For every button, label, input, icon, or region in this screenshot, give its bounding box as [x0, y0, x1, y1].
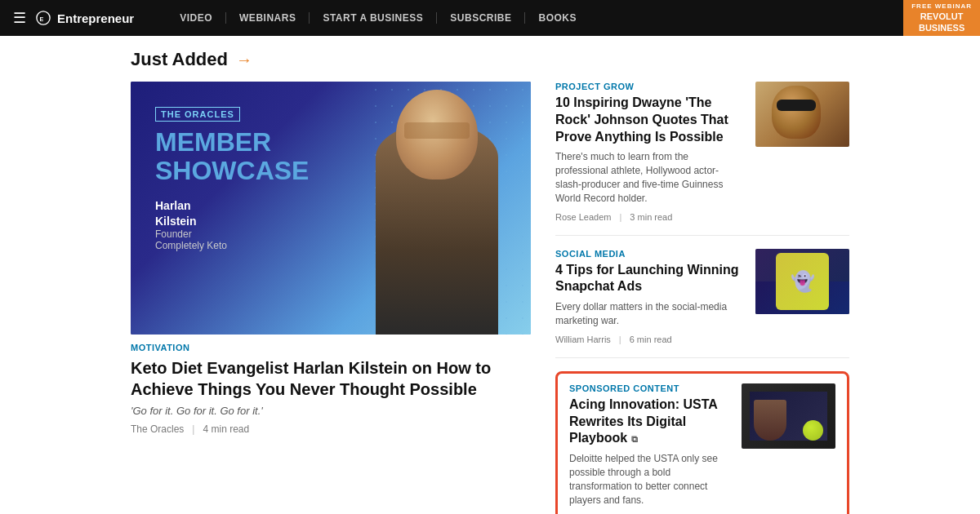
person-role: Founder: [155, 228, 309, 240]
section-header: Just Added →: [131, 49, 849, 70]
showcase-title: MEMBER SHOWCASE: [155, 128, 309, 185]
sponsored-label: SPONSORED CONTENT: [569, 383, 730, 393]
article-read-time-2: 6 min read: [630, 335, 672, 344]
nav-webinars[interactable]: WEBINARS: [226, 12, 310, 24]
logo-icon: E: [36, 11, 51, 25]
right-column: PROJECT GROW 10 Inspiring Dwayne 'The Ro…: [555, 82, 849, 514]
beard: [404, 122, 470, 139]
snapchat-thumbnail: 👻: [755, 249, 849, 314]
article-meta-2: William Harris | 6 min read: [555, 335, 744, 344]
nav-subscribe[interactable]: SUBSCRIBE: [437, 12, 525, 24]
sponsored-excerpt: Deloitte helped the USTA only see possib…: [569, 452, 730, 507]
person-name: Harlan Kilstein: [155, 198, 309, 228]
article-category-2: SOCIAL MEDIA: [555, 249, 744, 259]
featured-read-time: 4 min read: [203, 423, 249, 435]
external-link-icon: ⧉: [631, 434, 638, 444]
article-author-1: Rose Leadem: [555, 212, 612, 222]
article-text-2: SOCIAL MEDIA 4 Tips for Launching Winnin…: [555, 249, 744, 344]
person-silhouette: [351, 90, 523, 335]
main-content: Just Added → THE ORACLES MEMBER SHOWCASE…: [0, 36, 980, 514]
svg-text:E: E: [40, 16, 44, 23]
article-text-1: PROJECT GROW 10 Inspiring Dwayne 'The Ro…: [555, 82, 744, 222]
article-thumb-1[interactable]: [755, 82, 849, 147]
nav-start-business[interactable]: START A BUSINESS: [310, 12, 437, 24]
oracles-label: THE ORACLES: [155, 107, 240, 122]
person-company: Completely Keto: [155, 240, 309, 251]
section-title: Just Added: [131, 49, 228, 70]
featured-category: MOTIVATION: [131, 343, 531, 352]
article-card-1: PROJECT GROW 10 Inspiring Dwayne 'The Ro…: [555, 82, 849, 236]
content-grid: THE ORACLES MEMBER SHOWCASE Harlan Kilst…: [131, 82, 849, 514]
article-thumb-2[interactable]: 👻: [755, 249, 849, 314]
meta-divider: |: [192, 423, 194, 435]
sponsored-text: SPONSORED CONTENT Acing Innovation: USTA…: [569, 383, 730, 514]
article-author-2: William Harris: [555, 335, 611, 344]
featured-meta: The Oracles | 4 min read: [131, 423, 531, 435]
tennis-ball-icon: [803, 420, 823, 441]
featured-image-text: THE ORACLES MEMBER SHOWCASE Harlan Kilst…: [155, 106, 309, 251]
featured-article: THE ORACLES MEMBER SHOWCASE Harlan Kilst…: [131, 82, 531, 514]
featured-excerpt: 'Go for it. Go for it. Go for it.': [131, 405, 531, 417]
article-read-time-1: 3 min read: [630, 212, 672, 222]
tennis-thumbnail: [742, 383, 835, 449]
racket-shape: [754, 400, 786, 441]
featured-headline[interactable]: Keto Diet Evangelist Harlan Kilstein on …: [131, 357, 531, 400]
navigation: ☰ E Entrepreneur VIDEO WEBINARS START A …: [0, 0, 980, 36]
logo[interactable]: E Entrepreneur: [36, 11, 134, 25]
article-card-2: SOCIAL MEDIA 4 Tips for Launching Winnin…: [555, 249, 849, 358]
article-category-1: PROJECT GROW: [555, 82, 744, 91]
rock-face: [772, 86, 821, 139]
featured-image[interactable]: THE ORACLES MEMBER SHOWCASE Harlan Kilst…: [131, 82, 531, 335]
article-excerpt-2: Every dollar matters in the social-media…: [555, 300, 744, 328]
nav-links: VIDEO WEBINARS START A BUSINESS SUBSCRIB…: [167, 12, 590, 24]
hamburger-icon[interactable]: ☰: [13, 9, 26, 27]
article-headline-1[interactable]: 10 Inspiring Dwayne 'The Rock' Johnson Q…: [555, 95, 744, 145]
article-excerpt-1: There's much to learn from the professio…: [555, 150, 744, 205]
sponsored-card[interactable]: SPONSORED CONTENT Acing Innovation: USTA…: [555, 371, 849, 514]
nav-books[interactable]: BOOKS: [525, 12, 590, 24]
head-shape: [396, 90, 478, 179]
article-meta-1: Rose Leadem | 3 min read: [555, 212, 744, 222]
article-headline-2[interactable]: 4 Tips for Launching Winning Snapchat Ad…: [555, 262, 744, 296]
featured-author: The Oracles: [131, 423, 184, 435]
sponsored-headline[interactable]: Acing Innovation: USTA Rewrites Its Digi…: [569, 397, 730, 447]
nav-video[interactable]: VIDEO: [167, 12, 226, 24]
logo-text: Entrepreneur: [57, 11, 134, 25]
rock-thumbnail: [755, 82, 849, 147]
section-arrow[interactable]: →: [236, 51, 252, 69]
nav-advertisement[interactable]: FREE WEBINAR REVOLUT BUSINESS: [903, 0, 980, 36]
rock-sunglasses: [777, 100, 816, 111]
sponsored-thumb: [742, 383, 835, 449]
